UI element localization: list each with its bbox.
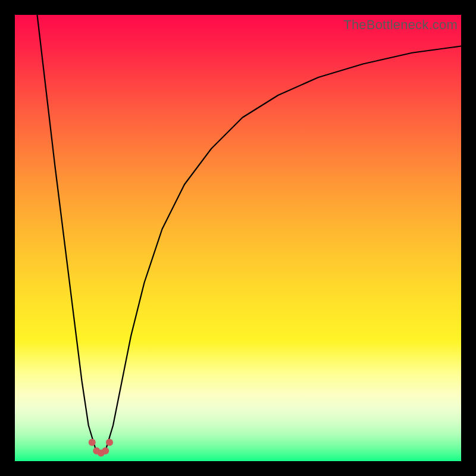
- plot-area: TheBottleneck.com: [15, 15, 461, 461]
- chart-frame: TheBottleneck.com: [0, 0, 476, 476]
- highlight-marker: [106, 439, 113, 446]
- chart-svg: [15, 15, 461, 461]
- highlight-marker: [89, 439, 96, 446]
- marker-group: [89, 439, 113, 457]
- highlight-marker: [102, 447, 109, 455]
- bottleneck-curve: [37, 15, 462, 452]
